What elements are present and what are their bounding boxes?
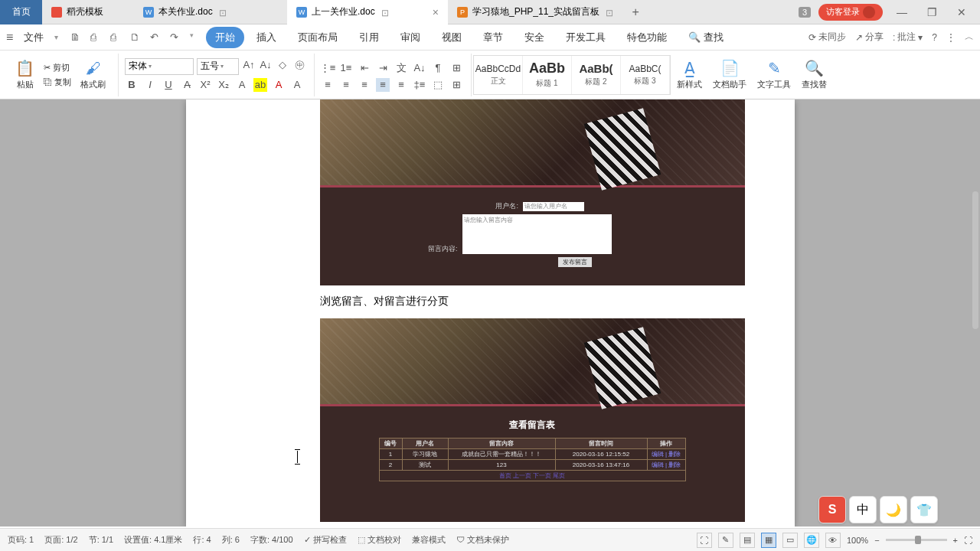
menu-tab-security[interactable]: 安全 [515, 27, 554, 48]
find-replace-button[interactable]: 🔍 查找替 [797, 54, 831, 96]
view-globe-button[interactable]: 🌐 [804, 533, 819, 548]
annotate-button[interactable]: : 批注 ▾ [893, 31, 923, 44]
view-read-button[interactable]: ✎ [718, 533, 733, 548]
menu-tab-reference[interactable]: 引用 [350, 27, 388, 48]
font-grow-icon[interactable]: A↑ [242, 58, 256, 72]
pin-icon[interactable]: ⊡ [606, 8, 615, 17]
share-button[interactable]: ↗ 分享 [855, 31, 884, 44]
copy-button[interactable]: ⿻ 复制 [44, 77, 71, 88]
pin-icon[interactable]: ⊡ [219, 8, 228, 17]
preview-icon[interactable]: 🗋 [130, 31, 142, 44]
line-spacing-button[interactable]: ‡≡ [413, 78, 426, 92]
tab-prev-homework[interactable]: W 上一关作业.doc ⊡ × [287, 0, 448, 24]
doc-helper-button[interactable]: 📄 文档助手 [708, 54, 751, 96]
help-icon[interactable]: ? [932, 32, 937, 43]
tab-home[interactable]: 首页 [0, 0, 42, 24]
font-color-button[interactable]: A [272, 78, 286, 92]
align-left-button[interactable]: ≡ [321, 78, 335, 92]
minimize-button[interactable]: — [890, 6, 913, 18]
file-menu[interactable]: 文件 [19, 31, 48, 44]
hamburger-icon[interactable]: ≡ [6, 31, 13, 44]
strikethrough-button[interactable]: A̶ [180, 78, 194, 92]
new-style-button[interactable]: A̲ 新样式 [672, 54, 707, 96]
status-protect[interactable]: 🛡 文档未保护 [456, 534, 509, 546]
highlight-button[interactable]: ab [253, 78, 267, 92]
tab-homework[interactable]: W 本关作业.doc ⊡ [134, 0, 287, 24]
zoom-handle[interactable] [915, 536, 921, 544]
bullets-button[interactable]: ⋮≡ [321, 61, 335, 75]
status-page-num[interactable]: 页码: 1 [8, 534, 34, 546]
sort-button[interactable]: A↓ [413, 61, 426, 75]
document-area[interactable]: 用户名: 请您输入用户名 留言内容: 请您输入留言内容 发布留言 浏览留言、对留… [0, 99, 980, 527]
subscript-button[interactable]: X₂ [217, 78, 230, 92]
qat-dropdown-icon[interactable]: ▾ [190, 31, 194, 44]
status-compat[interactable]: 兼容模式 [412, 534, 446, 546]
menu-tab-devtools[interactable]: 开发工具 [557, 27, 615, 48]
status-pages[interactable]: 页面: 1/2 [44, 534, 77, 546]
maximize-button[interactable]: ❐ [921, 6, 943, 18]
view-outline-button[interactable]: ▦ [761, 533, 776, 548]
close-button[interactable]: ✕ [951, 6, 972, 18]
new-tab-button[interactable]: + [624, 5, 647, 19]
menu-tab-start[interactable]: 开始 [206, 27, 244, 48]
style-normal[interactable]: AaBbCcDd 正文 [474, 56, 523, 94]
redo-icon[interactable]: ↷ [170, 31, 182, 44]
print-preview-icon[interactable]: ⎙ [110, 31, 122, 44]
collapse-ribbon-icon[interactable]: ︿ [965, 31, 974, 44]
undo-icon[interactable]: ↶ [150, 31, 162, 44]
style-gallery[interactable]: AaBbCcDd 正文 AaBb 标题 1 AaBb( 标题 2 AaBbC( … [473, 55, 671, 95]
status-position[interactable]: 设置值: 4.1厘米 [124, 534, 182, 546]
zoom-slider[interactable] [886, 539, 947, 541]
align-distribute-button[interactable]: ≡ [394, 78, 408, 92]
borders-button[interactable]: ⊞ [449, 78, 463, 92]
dropdown-icon[interactable]: ▾ [54, 33, 58, 41]
superscript-button[interactable]: X² [198, 78, 212, 92]
menu-tab-features[interactable]: 特色功能 [618, 27, 676, 48]
show-marks-button[interactable]: ¶ [431, 61, 445, 75]
char-shading-button[interactable]: A [290, 78, 304, 92]
clear-format-icon[interactable]: ◇ [276, 58, 289, 72]
view-eye-button[interactable]: 👁 [825, 533, 841, 548]
float-moon-button[interactable]: 🌙 [880, 496, 907, 523]
phonetic-icon[interactable]: ㊥ [292, 58, 306, 72]
dec-indent-button[interactable]: ⇤ [358, 61, 371, 75]
menu-tab-chapter[interactable]: 章节 [474, 27, 512, 48]
menu-tab-insert[interactable]: 插入 [247, 27, 286, 48]
status-section[interactable]: 节: 1/1 [89, 534, 113, 546]
print-icon[interactable]: ⎙ [90, 31, 103, 44]
vertical-scrollbar[interactable] [971, 122, 978, 504]
login-button[interactable]: 访客登录 [818, 4, 883, 21]
style-heading2[interactable]: AaBb( 标题 2 [572, 56, 621, 94]
underline-button[interactable]: U [162, 78, 175, 92]
cut-button[interactable]: ✂ 剪切 [44, 62, 71, 73]
inc-indent-button[interactable]: ⇥ [376, 61, 390, 75]
view-page-button[interactable]: ▤ [740, 533, 755, 548]
paste-button[interactable]: 📋 粘贴 [11, 54, 39, 96]
pin-icon[interactable]: ⊡ [381, 8, 390, 17]
text-effect-button[interactable]: A [235, 78, 249, 92]
fit-button[interactable]: ⛶ [964, 536, 972, 545]
align-justify-button[interactable]: ≡ [376, 78, 390, 92]
align-center-button[interactable]: ≡ [339, 78, 353, 92]
tabs-button[interactable]: ⊞ [449, 61, 463, 75]
menu-tab-review[interactable]: 审阅 [391, 27, 430, 48]
view-fullscreen-button[interactable]: ⛶ [697, 533, 712, 548]
italic-button[interactable]: I [143, 78, 157, 92]
zoom-out-button[interactable]: − [874, 536, 879, 545]
status-col[interactable]: 列: 6 [222, 534, 240, 546]
shading-button[interactable]: ⬚ [431, 78, 445, 92]
style-heading3[interactable]: AaBbC( 标题 3 [621, 56, 670, 94]
tab-ppt[interactable]: P 学习猿地_PHP_11_实战留言板 ⊡ [448, 0, 624, 24]
format-painter-button[interactable]: 🖌 格式刷 [76, 54, 110, 96]
align-right-button[interactable]: ≡ [358, 78, 371, 92]
font-size-select[interactable]: 五号▾ [197, 58, 239, 75]
numbering-button[interactable]: 1≡ [339, 61, 353, 75]
more-icon[interactable]: ⋮ [946, 32, 956, 43]
status-words[interactable]: 字数: 4/100 [250, 534, 293, 546]
save-icon[interactable]: 🗎 [70, 31, 83, 44]
close-icon[interactable]: × [433, 6, 439, 18]
zoom-in-button[interactable]: + [953, 536, 958, 545]
menu-tab-layout[interactable]: 页面布局 [289, 27, 347, 48]
text-tools-button[interactable]: ✎ 文字工具 [753, 54, 795, 96]
status-proof[interactable]: ⬚ 文档校对 [358, 534, 401, 546]
